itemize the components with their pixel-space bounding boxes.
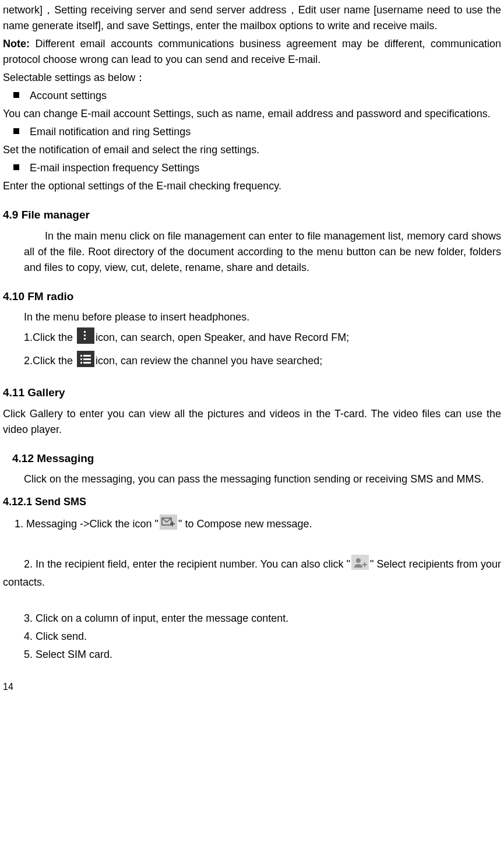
bullet-marker-icon [13,92,19,98]
selectable-intro: Selectable settings as below： [3,70,501,86]
bullet-account-settings: Account settings [3,88,501,104]
page-number: 14 [3,680,501,694]
bullet-text: E-mail inspection frequency Settings [30,160,199,176]
svg-rect-1 [84,331,86,333]
bullet-marker-icon [13,128,19,134]
menu-dots-icon [77,327,94,348]
sms-step-1: 1. Messaging ->Click the icon " " to Com… [3,515,501,534]
paragraph-intro: network]，Setting receiving server and se… [3,2,501,34]
svg-rect-15 [351,555,369,570]
svg-rect-10 [83,362,91,364]
heading-messaging: 4.12 Messaging [3,450,501,467]
note-body: Different email accounts communications … [3,38,501,65]
heading-send-sms: 4.12.1 Send SMS [3,494,501,510]
svg-rect-5 [80,355,82,357]
bullet-email-inspection: E-mail inspection frequency Settings [3,160,501,176]
heading-gallery: 4.11 Gallery [3,385,501,401]
fm-intro: In the menu before please to insert head… [3,309,501,325]
svg-point-16 [356,558,361,563]
compose-message-icon [160,515,177,534]
bullet-desc: You can change E-mail account Settings, … [3,106,501,122]
svg-rect-6 [83,355,91,357]
heading-file-manager: 4.9 File manager [3,207,501,224]
list-icon [77,351,94,372]
svg-rect-9 [80,362,82,364]
svg-rect-7 [80,358,82,360]
bullet-email-notification: Email notification and ring Settings [3,124,501,140]
add-contact-icon [351,555,369,575]
fm-step-1: 1.Click the icon, can search, open Speak… [3,327,501,348]
sms-step-4: 4. Click send. [3,629,501,644]
svg-rect-8 [83,358,91,360]
bullet-desc: Enter the optional settings of the E-mai… [3,178,501,194]
messaging-body: Click on the messaging, you can pass the… [3,471,501,487]
file-manager-body: In the main menu click on file managemen… [3,228,501,276]
sms-step-3: 3. Click on a column of input, enter the… [3,611,501,626]
bullet-marker-icon [13,164,19,170]
heading-fm-radio: 4.10 FM radio [3,288,501,305]
svg-rect-2 [84,334,86,336]
bullet-text: Email notification and ring Settings [30,124,191,140]
sms-step-2: 2. In the recipient field, enter the rec… [3,555,501,590]
bullet-desc: Set the notification of email and select… [3,142,501,158]
note-paragraph: Note: Different email accounts communica… [3,36,501,68]
note-label: Note: [3,38,35,50]
bullet-text: Account settings [30,88,107,104]
sms-step-5: 5. Select SIM card. [3,647,501,663]
fm-step-2: 2.Click the icon, can review the channel… [3,351,501,372]
gallery-body: Click Gallery to enter you can view all … [3,406,501,438]
svg-rect-3 [84,338,86,340]
